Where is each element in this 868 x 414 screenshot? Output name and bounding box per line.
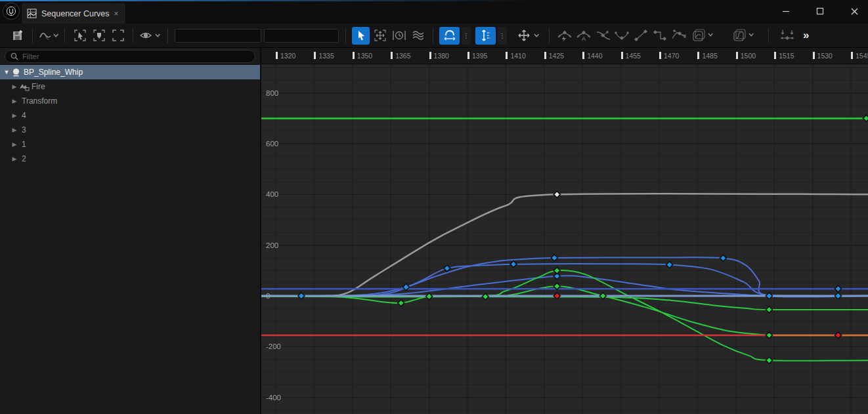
snap-value-button[interactable]	[475, 27, 496, 45]
window-controls	[777, 4, 863, 18]
ruler-tick-label: 1485	[702, 52, 717, 60]
maximize-icon[interactable]	[812, 4, 829, 18]
snap-time-split: ⋮	[439, 27, 471, 45]
tree-item-bp-spline-whip[interactable]: ▼BP_Spline_Whip	[0, 65, 260, 79]
outliner-panel: ▼BP_Spline_Whip▶Fire▶Transform▶4▶3▶1▶2	[0, 48, 261, 414]
tangent-linear-icon	[633, 28, 649, 43]
caret-collapsed-icon[interactable]: ▶	[11, 127, 18, 133]
transform-tool-icon	[373, 28, 387, 43]
keyframe-green-curve-mid-fall[interactable]	[599, 293, 606, 299]
post-infinity-button[interactable]	[729, 27, 758, 45]
tangent-cubic-smart-auto-icon: A	[575, 28, 592, 43]
visibility-options-button[interactable]	[139, 27, 162, 45]
tangent-weighted-button[interactable]	[670, 27, 687, 45]
keyframe-green-curve-deep-fall[interactable]	[553, 267, 560, 274]
tangent-cubic-break-icon	[613, 28, 630, 43]
tangent-cubic-smart-auto-button[interactable]: A	[575, 27, 592, 45]
curve-editor-graph[interactable]: 1320133513501365138013951410142514401455…	[261, 48, 868, 414]
transform-tool-button[interactable]	[371, 27, 389, 45]
key-value-input[interactable]	[264, 29, 339, 43]
keyframe-green-constant-700[interactable]	[863, 115, 868, 121]
tangent-cubic-user-button[interactable]	[594, 27, 611, 45]
tree-item-1[interactable]: ▶1	[0, 137, 260, 152]
snap-time-options-dots[interactable]: ⋮	[462, 27, 471, 45]
tangent-cubic-break-button[interactable]	[613, 27, 630, 45]
multi-select-tool-button[interactable]	[409, 27, 427, 45]
red-key-on-zero-line[interactable]	[553, 293, 560, 299]
filter-input[interactable]	[22, 52, 250, 60]
tangent-cubic-auto-button[interactable]	[555, 27, 573, 45]
tree-item-label: 4	[22, 111, 26, 120]
tree-item-label: 2	[22, 154, 26, 163]
ruler-tick-label: 1320	[280, 52, 295, 60]
tab-close-icon[interactable]: ×	[114, 9, 119, 18]
ruler-tick-label: 1440	[587, 52, 602, 60]
tangent-constant-button[interactable]	[651, 27, 668, 45]
select-tool-cursor-icon	[355, 30, 367, 41]
ruler-tick-label: 1425	[549, 52, 564, 60]
tab-sequencer-curves[interactable]: Sequencer Curves ×	[22, 3, 125, 24]
tree-item-fire[interactable]: ▶Fire	[0, 79, 260, 94]
snap-value-split: ⋮	[475, 27, 507, 45]
ruler-tick	[774, 52, 776, 59]
filter-keys-icon	[779, 28, 796, 43]
keyframe-red-constant-neg155[interactable]	[835, 332, 842, 339]
keyframe-blue-curve-b[interactable]	[510, 261, 517, 268]
tree-item-transform[interactable]: ▶Transform	[0, 94, 260, 108]
caret-collapsed-icon[interactable]: ▶	[11, 155, 18, 162]
keyframe-green-curve-dip[interactable]	[398, 300, 404, 306]
pre-infinity-icon	[690, 28, 716, 43]
keyframe-green-curve-mid-fall[interactable]	[766, 332, 772, 339]
caret-collapsed-icon[interactable]: ▶	[11, 98, 18, 104]
time-ruler[interactable]: 1320133513501365138013951410142514401455…	[261, 48, 868, 64]
value-axis-label: 800	[266, 89, 278, 97]
curve-tree: ▼BP_Spline_Whip▶Fire▶Transform▶4▶3▶1▶2	[0, 65, 260, 166]
tree-item-label: Transform	[22, 96, 57, 106]
minimize-icon[interactable]	[777, 4, 794, 18]
filter-keys-button[interactable]	[778, 27, 796, 45]
keyframe-blue-curve-a[interactable]	[766, 293, 772, 299]
keyframe-dark-blue-constant-28[interactable]	[835, 285, 842, 292]
multi-select-ripple-icon	[410, 29, 426, 42]
ruler-tick	[314, 52, 316, 59]
marquee-select-arrow-button[interactable]	[71, 27, 89, 45]
caret-expanded-icon[interactable]: ▼	[3, 69, 11, 75]
select-tool-button[interactable]	[352, 27, 370, 45]
keyframe-green-curve-dip[interactable]	[766, 306, 772, 313]
curve-green-curve-mid-fall[interactable]	[261, 286, 769, 335]
tree-item-3[interactable]: ▶3	[0, 123, 260, 137]
tangent-weighted-icon	[670, 28, 687, 43]
keyframe-blue-curve-a[interactable]	[551, 255, 557, 261]
axis-snapping-button[interactable]	[513, 27, 543, 45]
marquee-select-frame-button[interactable]	[109, 27, 127, 45]
keyframe-green-curve-deep-fall[interactable]	[766, 357, 772, 363]
curve-table-icon	[27, 9, 37, 18]
tangent-linear-button[interactable]	[632, 27, 649, 45]
curve-plot[interactable]: 8006004002000-200-400	[261, 64, 868, 414]
marquee-select-keys-button[interactable]	[90, 27, 108, 45]
close-icon[interactable]	[846, 4, 863, 18]
snap-time-button[interactable]	[439, 27, 460, 45]
tree-item-4[interactable]: ▶4	[0, 108, 260, 123]
keyframe-green-curve-dip[interactable]	[426, 293, 433, 300]
ruler-tick-label: 1410	[510, 52, 525, 60]
curve-view-options-button[interactable]	[39, 27, 58, 45]
keyframe-light-blue-constant-0[interactable]	[298, 293, 305, 299]
save-button[interactable]	[9, 27, 26, 45]
keyframe-green-curve-dip[interactable]	[482, 293, 488, 300]
pre-infinity-button[interactable]	[689, 27, 718, 45]
keyframe-blue-curve-b[interactable]	[666, 261, 673, 268]
tree-item-2[interactable]: ▶2	[0, 152, 260, 166]
keyframe-gray-rise-to-400[interactable]	[553, 191, 560, 197]
filter-box[interactable]	[5, 50, 255, 63]
keyframe-light-blue-constant-0[interactable]	[835, 293, 842, 299]
snap-value-options-dots[interactable]: ⋮	[498, 27, 507, 45]
caret-collapsed-icon[interactable]: ▶	[11, 112, 18, 119]
caret-collapsed-icon[interactable]: ▶	[11, 141, 18, 148]
unreal-engine-logo-icon[interactable]	[3, 3, 20, 20]
key-time-input[interactable]	[175, 29, 261, 43]
overflow-chevron-icon[interactable]: »	[803, 29, 808, 42]
retime-tool-button[interactable]	[390, 27, 408, 45]
keyframe-blue-curve-a[interactable]	[720, 255, 726, 261]
caret-collapsed-icon[interactable]: ▶	[11, 83, 18, 90]
